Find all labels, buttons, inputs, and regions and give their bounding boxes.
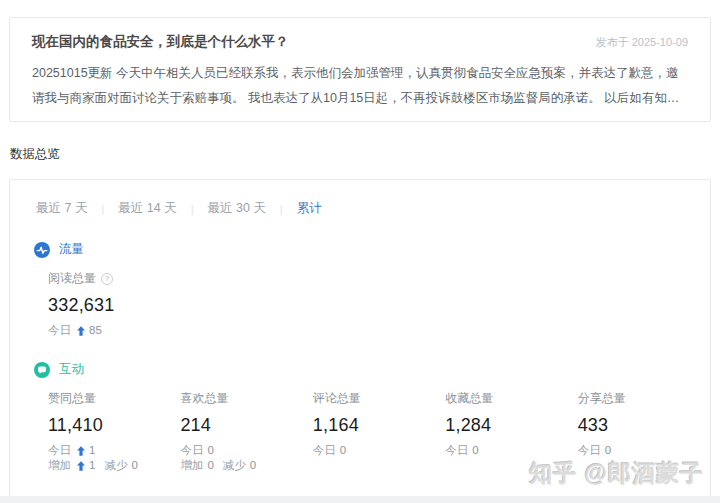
today-value: 0 xyxy=(472,444,478,457)
metric-comment-total: 评论总量 1,164 今日 0 xyxy=(313,390,445,472)
traffic-section-label: 流量 xyxy=(59,241,84,258)
post-card: 现在国内的食品安全，到底是个什么水平？ 发布于 2025-10-09 20251… xyxy=(9,17,711,122)
metric-delta-line: 增加 1 减少 0 xyxy=(48,459,180,472)
interaction-icon xyxy=(34,362,50,378)
today-label: 今日 xyxy=(445,444,468,457)
metric-today-line: 今日 0 xyxy=(445,444,577,457)
publish-date: 发布于 2025-10-09 xyxy=(596,34,688,50)
metric-label: 赞同总量 xyxy=(48,390,96,407)
today-label: 今日 xyxy=(48,444,71,457)
today-value: 1 xyxy=(89,444,95,457)
traffic-section: 流量 阅读总量 332,631 今日 85 xyxy=(26,241,710,337)
interaction-section: 互动 赞同总量 11,410 今日 1 增加 xyxy=(26,361,710,472)
today-value: 0 xyxy=(207,444,213,457)
tab-last-14-days[interactable]: 最近 14 天 xyxy=(116,200,178,217)
tab-divider: | xyxy=(191,203,194,215)
tab-last-30-days[interactable]: 最近 30 天 xyxy=(205,200,267,217)
metric-value: 214 xyxy=(180,415,312,436)
interaction-section-label: 互动 xyxy=(59,361,84,378)
traffic-icon xyxy=(34,242,50,258)
overview-heading: 数据总览 xyxy=(10,146,720,163)
increase-value: 0 xyxy=(207,459,213,472)
increase-value: 1 xyxy=(89,459,95,472)
metric-label: 收藏总量 xyxy=(445,390,493,407)
today-value: 0 xyxy=(340,444,346,457)
metric-value: 433 xyxy=(578,415,710,436)
post-body-excerpt: 20251015更新 今天中午相关人员已经联系我，表示他们会加强管理，认真贯彻食… xyxy=(32,61,688,111)
post-title[interactable]: 现在国内的食品安全，到底是个什么水平？ xyxy=(32,34,289,50)
today-label: 今日 xyxy=(313,444,336,457)
metric-today-line: 今日 0 xyxy=(578,444,710,457)
post-header: 现在国内的食品安全，到底是个什么水平？ 发布于 2025-10-09 xyxy=(32,34,688,50)
metric-label: 评论总量 xyxy=(313,390,361,407)
metric-like-total: 喜欢总量 214 今日 0 增加 0 减少 0 xyxy=(180,390,312,472)
watermark: 知乎 @郎酒蒙子 xyxy=(529,458,704,489)
metric-label: 分享总量 xyxy=(578,390,626,407)
up-arrow-icon xyxy=(77,446,85,456)
stats-card: 最近 7 天 | 最近 14 天 | 最近 30 天 | 累计 流量 xyxy=(9,179,711,503)
decrease-label: 减少 xyxy=(104,459,127,472)
range-tabs: 最近 7 天 | 最近 14 天 | 最近 30 天 | 累计 xyxy=(34,200,710,217)
metric-value: 11,410 xyxy=(48,415,180,436)
tab-divider: | xyxy=(101,203,104,215)
help-icon[interactable] xyxy=(101,273,113,285)
increase-label: 增加 xyxy=(180,459,203,472)
up-arrow-icon xyxy=(77,461,85,471)
today-label: 今日 xyxy=(48,324,71,337)
metric-today-line: 今日 0 xyxy=(313,444,445,457)
metric-value: 1,284 xyxy=(445,415,577,436)
metric-read-total: 阅读总量 332,631 今日 85 xyxy=(48,270,248,337)
decrease-label: 减少 xyxy=(223,459,246,472)
tab-divider: | xyxy=(280,203,283,215)
increase-label: 增加 xyxy=(48,459,71,472)
interaction-section-head: 互动 xyxy=(34,361,710,378)
today-value: 0 xyxy=(605,444,611,457)
metric-delta-line: 增加 0 减少 0 xyxy=(180,459,312,472)
today-label: 今日 xyxy=(578,444,601,457)
decrease-value: 0 xyxy=(131,459,137,472)
metric-upvote-total: 赞同总量 11,410 今日 1 增加 1 xyxy=(48,390,180,472)
today-value: 85 xyxy=(89,324,102,337)
metric-label: 喜欢总量 xyxy=(180,390,228,407)
tab-last-7-days[interactable]: 最近 7 天 xyxy=(34,200,89,217)
metric-label: 阅读总量 xyxy=(48,270,96,287)
metric-today-line: 今日 0 xyxy=(180,444,312,457)
metric-value: 1,164 xyxy=(313,415,445,436)
up-arrow-icon xyxy=(77,326,85,336)
page: 现在国内的食品安全，到底是个什么水平？ 发布于 2025-10-09 20251… xyxy=(0,0,720,503)
today-label: 今日 xyxy=(180,444,203,457)
metric-today-line: 今日 85 xyxy=(48,324,248,337)
tab-total[interactable]: 累计 xyxy=(295,200,324,217)
metric-value: 332,631 xyxy=(48,295,248,316)
page-bottom-strip xyxy=(0,496,720,503)
metric-today-line: 今日 1 xyxy=(48,444,180,457)
traffic-metrics: 阅读总量 332,631 今日 85 xyxy=(48,270,710,337)
traffic-section-head: 流量 xyxy=(34,241,710,258)
decrease-value: 0 xyxy=(250,459,256,472)
